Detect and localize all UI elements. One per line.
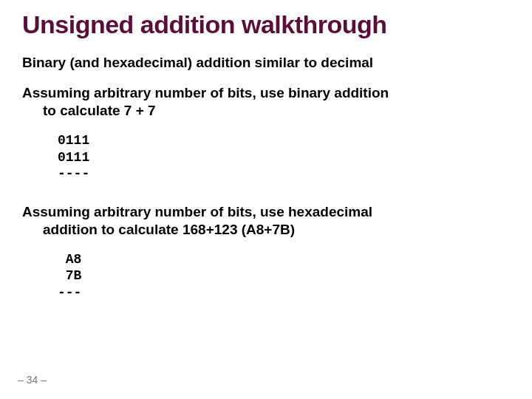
slide-title: Unsigned addition walkthrough <box>22 10 510 39</box>
hex-prompt: Assuming arbitrary number of bits, use h… <box>22 203 510 239</box>
intro-paragraph: Binary (and hexadecimal) addition simila… <box>22 54 510 72</box>
binary-addition-code: 0111 0111 ---- <box>58 132 510 183</box>
page-number: – 34 – <box>18 374 47 386</box>
hex-prompt-line1: Assuming arbitrary number of bits, use h… <box>22 204 372 219</box>
hex-addition-code: A8 7B --- <box>58 251 510 301</box>
hex-prompt-line2: addition to calculate 168+123 (A8+7B) <box>22 221 510 239</box>
binary-prompt-line2: to calculate 7 + 7 <box>22 102 510 120</box>
binary-prompt-line1: Assuming arbitrary number of bits, use b… <box>22 85 389 100</box>
binary-prompt: Assuming arbitrary number of bits, use b… <box>22 84 510 120</box>
